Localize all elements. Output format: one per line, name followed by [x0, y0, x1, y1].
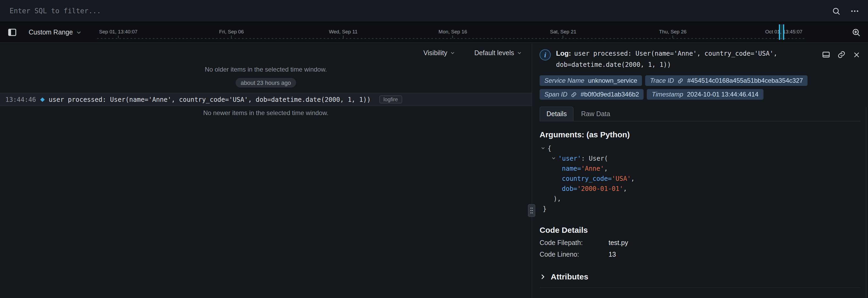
- metadata-badge[interactable]: Trace ID#454514c0168a455a51bb4ceba354c32…: [645, 75, 808, 86]
- code-line: dob='2000-01-01',: [539, 184, 861, 194]
- list-header: Visibility Default levels: [0, 43, 532, 63]
- timeline-axis[interactable]: Sep 01, 13:40:07Fri, Sep 06Wed, Sep 11Mo…: [97, 22, 804, 42]
- tab-details[interactable]: Details: [539, 107, 574, 121]
- timeline-tick-label: Sat, Sep 21: [550, 29, 576, 34]
- detail-header-icons: [822, 51, 861, 59]
- attributes-label: Attributes: [551, 272, 588, 281]
- timeline-tick: [453, 36, 453, 38]
- timeline-tick: [673, 36, 673, 38]
- code-line: country_code='USA',: [539, 173, 861, 184]
- badge-label: Service Name: [545, 77, 584, 84]
- code-token: '2000-01-01': [577, 185, 623, 192]
- code-token: 'user': [558, 155, 581, 162]
- timeline-selection[interactable]: [779, 24, 784, 40]
- dock-panel-icon[interactable]: [822, 51, 830, 59]
- detail-header: i Log:user processed: User(name='Anne', …: [539, 48, 861, 70]
- code-line: name='Anne',: [539, 163, 861, 173]
- relative-time-badge: about 23 hours ago: [235, 78, 296, 88]
- arguments-heading: Arguments: (as Python): [539, 130, 861, 139]
- badge-value: #b0f0d9ed1ab346b2: [581, 91, 639, 98]
- arguments-heading-text: Arguments:: [539, 130, 584, 139]
- metadata-badges: Service Nameunknown_serviceTrace ID#4545…: [539, 75, 837, 100]
- sql-filter-bar: [0, 0, 868, 22]
- code-token: }: [543, 205, 547, 212]
- code-token: : User(: [581, 155, 608, 162]
- log-row[interactable]: 13:44:46 user processed: User(name='Anne…: [0, 93, 532, 106]
- timeline-tick: [231, 36, 232, 38]
- chevron-down-icon: [517, 51, 522, 56]
- main-area: Visibility Default levels No older items…: [0, 43, 868, 298]
- code-token: ,: [631, 175, 634, 182]
- close-icon[interactable]: [852, 51, 861, 59]
- visibility-dropdown[interactable]: Visibility: [420, 49, 458, 57]
- badge-label: Trace ID: [650, 77, 674, 84]
- timeline-tick-label: Wed, Sep 11: [329, 29, 358, 34]
- collapse-toggle-icon[interactable]: [551, 156, 556, 161]
- arguments-code-block: {'user': User(name='Anne',country_code='…: [539, 143, 861, 214]
- arguments-heading-note: (as Python): [587, 130, 630, 139]
- log-kind-label: Log:: [556, 49, 571, 57]
- default-levels-dropdown[interactable]: Default levels: [471, 49, 525, 57]
- detail-title-message: user processed: User(name='Anne', countr…: [556, 50, 777, 68]
- timeline-bar: Custom Range Sep 01, 13:40:07Fri, Sep 06…: [0, 22, 868, 43]
- zoom-in-icon[interactable]: [851, 28, 861, 37]
- code-details-heading: Code Details: [539, 225, 861, 234]
- timeline-baseline: [97, 38, 804, 39]
- attributes-toggle[interactable]: Attributes: [539, 272, 588, 281]
- timeline-tick-label: Thu, Sep 26: [659, 29, 686, 34]
- sidebar-toggle-icon[interactable]: [7, 28, 17, 37]
- link-icon: [678, 78, 683, 84]
- timeline-tick: [118, 36, 119, 38]
- search-icon[interactable]: [832, 7, 840, 15]
- section-divider: [539, 288, 861, 288]
- more-options-icon[interactable]: [850, 6, 860, 15]
- timeline-tick-label: Mon, Sep 16: [438, 29, 467, 34]
- chevron-down-icon: [450, 51, 455, 56]
- badge-label: Timestamp: [652, 91, 683, 98]
- badge-value: 2024-10-01 13:44:46.414: [687, 91, 758, 98]
- code-token: 'Anne': [581, 165, 604, 172]
- code-token: name=: [562, 165, 581, 172]
- sql-filter-input[interactable]: [8, 6, 832, 15]
- logs-list-panel: Visibility Default levels No older items…: [0, 43, 532, 298]
- code-detail-label: Code Filepath:: [539, 239, 609, 246]
- code-details-list: Code Filepath:test.pyCode Lineno:13: [539, 239, 861, 258]
- custom-range-label: Custom Range: [29, 29, 73, 36]
- chevron-right-icon: [539, 273, 546, 280]
- log-tag-chip[interactable]: logfire: [379, 95, 402, 103]
- panel-resize-handle[interactable]: [528, 204, 535, 217]
- code-token: {: [548, 144, 551, 152]
- code-line: {: [539, 143, 861, 153]
- tab-raw-data[interactable]: Raw Data: [575, 107, 617, 121]
- detail-title: Log:user processed: User(name='Anne', co…: [556, 48, 805, 70]
- code-token: dob=: [562, 185, 577, 192]
- code-line: 'user': User(: [539, 153, 861, 163]
- detail-tabs: Details Raw Data: [539, 107, 861, 122]
- custom-range-dropdown[interactable]: Custom Range: [26, 28, 85, 37]
- collapse-toggle-icon[interactable]: [540, 146, 546, 151]
- log-message: user processed: User(name='Anne', countr…: [49, 96, 371, 103]
- badge-value: #454514c0168a455a51bb4ceba354c327: [687, 77, 803, 84]
- timeline-tick-label: Fri, Sep 06: [219, 29, 244, 34]
- code-detail-value: 13: [609, 251, 861, 258]
- log-detail-panel: i Log:user processed: User(name='Anne', …: [532, 43, 868, 298]
- relative-time-wrap: about 23 hours ago: [0, 77, 532, 88]
- timeline-tick-label: Sep 01, 13:40:07: [99, 29, 138, 34]
- no-newer-items-text: No newer items in the selected time wind…: [0, 109, 532, 117]
- code-token: ),: [553, 195, 561, 202]
- app: Custom Range Sep 01, 13:40:07Fri, Sep 06…: [0, 0, 868, 298]
- code-line: ),: [539, 194, 861, 204]
- copy-link-icon[interactable]: [837, 51, 846, 59]
- info-icon: i: [539, 49, 551, 61]
- default-levels-label: Default levels: [474, 49, 514, 57]
- code-token: 'USA': [612, 175, 631, 182]
- code-token: ,: [604, 165, 608, 172]
- timeline-tick: [343, 36, 344, 38]
- badge-value: unknown_service: [588, 77, 637, 84]
- code-detail-value: test.py: [609, 239, 861, 246]
- timeline-tick: [563, 36, 563, 38]
- metadata-badge[interactable]: Span ID#b0f0d9ed1ab346b2: [539, 89, 644, 100]
- link-icon: [571, 92, 577, 97]
- code-token: country_code=: [562, 175, 612, 182]
- visibility-label: Visibility: [424, 49, 447, 57]
